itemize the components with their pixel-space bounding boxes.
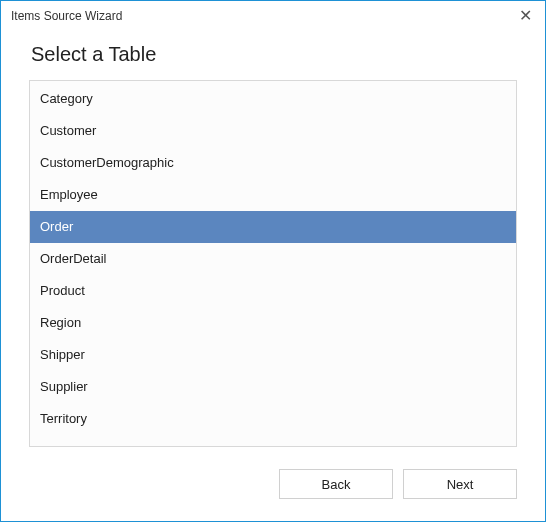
next-button[interactable]: Next	[403, 469, 517, 499]
back-button[interactable]: Back	[279, 469, 393, 499]
list-item[interactable]: Territory	[30, 403, 516, 435]
table-listbox[interactable]: CategoryCustomerCustomerDemographicEmplo…	[29, 80, 517, 447]
list-item[interactable]: Supplier	[30, 371, 516, 403]
list-item[interactable]: Order	[30, 211, 516, 243]
list-item[interactable]: Customer	[30, 115, 516, 147]
titlebar: Items Source Wizard ✕	[1, 1, 545, 31]
list-item[interactable]: CustomerDemographic	[30, 147, 516, 179]
page-heading: Select a Table	[31, 43, 517, 66]
window-title: Items Source Wizard	[11, 9, 513, 23]
button-bar: Back Next	[1, 447, 545, 521]
list-item[interactable]: Product	[30, 275, 516, 307]
list-item[interactable]: Employee	[30, 179, 516, 211]
list-item[interactable]: Shipper	[30, 339, 516, 371]
list-item[interactable]: Region	[30, 307, 516, 339]
close-icon[interactable]: ✕	[513, 6, 537, 26]
content-area: Select a Table CategoryCustomerCustomerD…	[1, 31, 545, 447]
wizard-window: Items Source Wizard ✕ Select a Table Cat…	[0, 0, 546, 522]
list-item[interactable]: OrderDetail	[30, 243, 516, 275]
list-item[interactable]: Category	[30, 83, 516, 115]
